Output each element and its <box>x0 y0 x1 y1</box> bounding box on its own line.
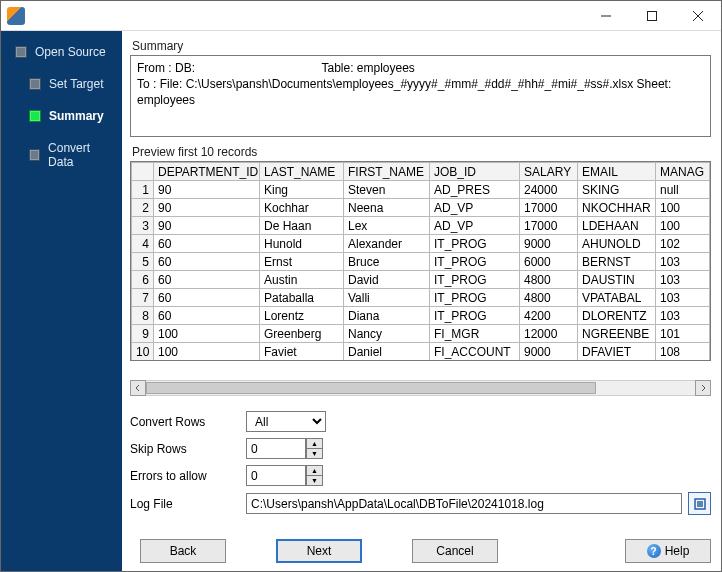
row-number-cell: 5 <box>132 253 154 271</box>
column-header[interactable]: EMAIL <box>578 163 656 181</box>
column-header[interactable]: MANAG <box>656 163 710 181</box>
scrollbar-track[interactable] <box>146 380 695 396</box>
table-cell: DLORENTZ <box>578 307 656 325</box>
table-cell: Kochhar <box>260 199 344 217</box>
table-cell: null <box>656 181 710 199</box>
next-button[interactable]: Next <box>276 539 362 563</box>
column-header[interactable]: DEPARTMENT_ID <box>154 163 260 181</box>
column-header[interactable]: LAST_NAME <box>260 163 344 181</box>
table-cell: 24000 <box>520 181 578 199</box>
sidebar-item-label: Summary <box>49 109 104 123</box>
table-cell: Hunold <box>260 235 344 253</box>
row-number-cell: 8 <box>132 307 154 325</box>
table-cell: 4200 <box>520 307 578 325</box>
table-cell: Pataballa <box>260 289 344 307</box>
minimize-button[interactable] <box>583 1 629 31</box>
table-cell: Daniel <box>344 343 430 361</box>
table-cell: IT_PROG <box>430 235 520 253</box>
convert-rows-label: Convert Rows <box>130 415 246 429</box>
table-cell: 100 <box>656 217 710 235</box>
table-cell: 102 <box>656 235 710 253</box>
table-cell: 17000 <box>520 199 578 217</box>
table-cell: 100 <box>656 199 710 217</box>
table-cell: Faviet <box>260 343 344 361</box>
row-number-cell: 7 <box>132 289 154 307</box>
log-file-input[interactable] <box>246 493 682 514</box>
table-cell: 103 <box>656 271 710 289</box>
skip-rows-spinner[interactable]: ▲▼ <box>246 438 324 459</box>
help-button[interactable]: ? Help <box>625 539 711 563</box>
column-header[interactable]: FIRST_NAME <box>344 163 430 181</box>
close-button[interactable] <box>675 1 721 31</box>
preview-grid[interactable]: DEPARTMENT_IDLAST_NAMEFIRST_NAMEJOB_IDSA… <box>130 161 711 361</box>
table-cell: 4800 <box>520 271 578 289</box>
browse-log-button[interactable] <box>688 492 711 515</box>
back-button[interactable]: Back <box>140 539 226 563</box>
sidebar-item-open-source[interactable]: Open Source <box>1 39 122 65</box>
table-cell: AD_VP <box>430 217 520 235</box>
table-cell: 60 <box>154 289 260 307</box>
table-row[interactable]: 560ErnstBruceIT_PROG6000BERNST103 <box>132 253 710 271</box>
table-cell: Bruce <box>344 253 430 271</box>
table-cell: 9000 <box>520 235 578 253</box>
table-row[interactable]: 460HunoldAlexanderIT_PROG9000AHUNOLD102 <box>132 235 710 253</box>
table-cell: 12000 <box>520 325 578 343</box>
table-row[interactable]: 190KingStevenAD_PRES24000SKINGnull <box>132 181 710 199</box>
skip-rows-input[interactable] <box>246 438 306 459</box>
maximize-button[interactable] <box>629 1 675 31</box>
table-row[interactable]: 760PataballaValliIT_PROG4800VPATABAL103 <box>132 289 710 307</box>
row-number-cell: 9 <box>132 325 154 343</box>
svg-rect-0 <box>648 11 657 20</box>
spinner-up-icon[interactable]: ▲ <box>306 438 323 448</box>
help-button-label: Help <box>665 544 690 558</box>
table-cell: SKING <box>578 181 656 199</box>
spinner-up-icon[interactable]: ▲ <box>306 465 323 475</box>
table-cell: Steven <box>344 181 430 199</box>
table-cell: Valli <box>344 289 430 307</box>
horizontal-scrollbar[interactable] <box>130 379 711 397</box>
table-row[interactable]: 390De HaanLexAD_VP17000LDEHAAN100 <box>132 217 710 235</box>
log-file-label: Log File <box>130 497 246 511</box>
spinner-down-icon[interactable]: ▼ <box>306 448 323 459</box>
main-panel: Summary From : DB: Table: employees To :… <box>122 31 721 571</box>
summary-to-line: To : File: C:\Users\pansh\Documents\empl… <box>137 76 704 108</box>
errors-allow-input[interactable] <box>246 465 306 486</box>
table-cell: David <box>344 271 430 289</box>
sidebar-item-label: Set Target <box>49 77 103 91</box>
table-cell: DFAVIET <box>578 343 656 361</box>
table-cell: 60 <box>154 307 260 325</box>
cancel-button[interactable]: Cancel <box>412 539 498 563</box>
table-row[interactable]: 860LorentzDianaIT_PROG4200DLORENTZ103 <box>132 307 710 325</box>
sidebar-item-summary[interactable]: Summary <box>1 103 122 129</box>
wizard-footer: Back Next Cancel ? Help <box>130 529 711 563</box>
table-cell: 17000 <box>520 217 578 235</box>
convert-rows-select[interactable]: All <box>246 411 326 432</box>
table-row[interactable]: 290KochharNeenaAD_VP17000NKOCHHAR100 <box>132 199 710 217</box>
table-cell: AD_PRES <box>430 181 520 199</box>
sidebar-item-convert-data[interactable]: Convert Data <box>1 135 122 175</box>
help-icon: ? <box>647 544 661 558</box>
scrollbar-thumb[interactable] <box>146 382 596 394</box>
table-cell: AHUNOLD <box>578 235 656 253</box>
table-row[interactable]: 660AustinDavidIT_PROG4800DAUSTIN103 <box>132 271 710 289</box>
table-cell: LDEHAAN <box>578 217 656 235</box>
row-number-cell: 6 <box>132 271 154 289</box>
table-cell: 101 <box>656 325 710 343</box>
scroll-left-icon[interactable] <box>130 380 146 396</box>
table-cell: 103 <box>656 253 710 271</box>
table-cell: Nancy <box>344 325 430 343</box>
errors-allow-spinner[interactable]: ▲▼ <box>246 465 324 486</box>
table-cell: Ernst <box>260 253 344 271</box>
sidebar-item-set-target[interactable]: Set Target <box>1 71 122 97</box>
preview-section-label: Preview first 10 records <box>132 145 711 159</box>
column-header[interactable]: SALARY <box>520 163 578 181</box>
table-cell: IT_PROG <box>430 307 520 325</box>
column-header[interactable]: JOB_ID <box>430 163 520 181</box>
summary-section-label: Summary <box>132 39 711 53</box>
table-row[interactable]: 10100FavietDanielFI_ACCOUNT9000DFAVIET10… <box>132 343 710 361</box>
spinner-down-icon[interactable]: ▼ <box>306 475 323 486</box>
table-cell: 4800 <box>520 289 578 307</box>
scroll-right-icon[interactable] <box>695 380 711 396</box>
table-row[interactable]: 9100GreenbergNancyFI_MGR12000NGREENBE101 <box>132 325 710 343</box>
table-cell: NKOCHHAR <box>578 199 656 217</box>
